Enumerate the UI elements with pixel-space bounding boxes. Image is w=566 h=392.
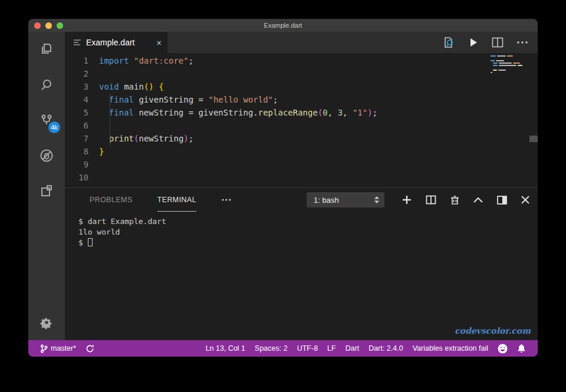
tab-terminal[interactable]: TERMINAL xyxy=(157,188,196,212)
more-actions-icon[interactable] xyxy=(516,41,528,44)
scm-badge: 4k xyxy=(48,121,60,133)
code-text: final givenString = "hello world"; xyxy=(99,93,278,106)
code-token: void xyxy=(99,82,119,91)
zoom-window-button[interactable] xyxy=(57,22,63,29)
title-bar: Example.dart xyxy=(28,19,538,32)
close-window-button[interactable] xyxy=(34,22,41,29)
code-token: "hello world" xyxy=(208,95,273,104)
split-terminal-icon[interactable] xyxy=(426,195,436,205)
notification-message[interactable]: Variables extraction fail xyxy=(408,340,493,357)
code-line[interactable]: 4 final givenString = "hello world"; xyxy=(65,93,538,106)
code-line[interactable]: 3void main() { xyxy=(65,80,538,93)
terminal-line: $ dart Example.dart xyxy=(78,216,538,227)
git-branch-label: master* xyxy=(51,344,76,353)
code-text: import "dart:core"; xyxy=(99,54,193,67)
terminal-line: $ xyxy=(78,238,538,248)
code-token: main xyxy=(119,82,144,91)
explorer-icon[interactable] xyxy=(28,32,65,67)
code-line[interactable]: 6 xyxy=(65,119,538,132)
tab-label: Example.dart xyxy=(86,38,134,47)
notifications-bell-item[interactable] xyxy=(512,340,531,357)
terminal-output[interactable]: $ dart Example.dart1lo world$ xyxy=(65,212,538,248)
code-token: ; xyxy=(189,56,193,65)
code-token: () xyxy=(144,82,154,91)
dart-sdk-version[interactable]: Dart: 2.4.0 xyxy=(364,340,407,357)
close-panel-icon[interactable] xyxy=(521,196,529,204)
code-token: final xyxy=(109,108,134,117)
git-branch-icon xyxy=(40,344,48,353)
status-bar: master* Ln 13, Col 1 Spaces: 2 UTF-8 LF … xyxy=(28,340,538,357)
new-terminal-icon[interactable] xyxy=(402,195,412,205)
feedback-item[interactable] xyxy=(493,340,512,357)
code-line[interactable]: 2 xyxy=(65,67,538,80)
tab-bar: Example.dart ✕ xyxy=(65,32,538,53)
editor-actions xyxy=(442,32,538,53)
code-token: import xyxy=(99,56,129,65)
code-token: ; xyxy=(273,95,278,104)
bottom-panel: PROBLEMS TERMINAL 1: bash xyxy=(65,187,538,340)
extensions-icon[interactable] xyxy=(28,173,65,209)
tab-close-icon[interactable]: ✕ xyxy=(157,38,162,47)
activity-bar: 4k xyxy=(28,32,65,340)
code-editor[interactable]: 1import "dart:core";23void main() {4 fin… xyxy=(65,53,538,187)
encoding[interactable]: UTF-8 xyxy=(292,340,323,357)
language-label: Dart xyxy=(345,344,360,353)
indentation[interactable]: Spaces: 2 xyxy=(250,340,292,357)
code-line[interactable]: 8} xyxy=(65,145,538,158)
maximize-panel-icon[interactable] xyxy=(473,197,483,203)
line-number: 8 xyxy=(65,145,99,158)
bell-icon xyxy=(517,344,526,353)
kill-terminal-icon[interactable] xyxy=(450,195,459,205)
smiley-icon xyxy=(498,344,508,354)
debug-disabled-icon[interactable] xyxy=(28,138,65,173)
vscode-window: Example.dart 4k xyxy=(28,19,538,357)
code-line[interactable]: 1import "dart:core"; xyxy=(65,54,538,67)
indent-guide xyxy=(110,93,110,146)
search-icon[interactable] xyxy=(28,67,65,103)
code-line[interactable]: 9 xyxy=(65,158,538,171)
sync-item[interactable] xyxy=(81,340,99,357)
code-text: final newString = givenString.replaceRan… xyxy=(99,106,377,119)
indentation-label: Spaces: 2 xyxy=(255,344,288,353)
code-token xyxy=(129,56,134,65)
code-token: ; xyxy=(373,108,377,117)
line-number: 2 xyxy=(65,67,99,80)
code-token: 0 xyxy=(323,108,327,117)
search-in-file-icon[interactable] xyxy=(442,36,455,49)
editor-scrollbar[interactable] xyxy=(529,136,538,142)
tab-problems[interactable]: PROBLEMS xyxy=(90,188,133,212)
notification-label: Variables extraction fail xyxy=(413,344,488,353)
split-editor-icon[interactable] xyxy=(492,37,504,48)
source-control-icon[interactable]: 4k xyxy=(28,103,65,138)
toggle-panel-position-icon[interactable] xyxy=(497,196,507,205)
language-mode[interactable]: Dart xyxy=(341,340,364,357)
line-number: 5 xyxy=(65,106,99,119)
eol-sequence[interactable]: LF xyxy=(323,340,341,357)
run-button-icon[interactable] xyxy=(468,37,479,48)
code-token: print xyxy=(109,134,134,143)
code-line[interactable]: 5 final newString = givenString.replaceR… xyxy=(65,106,538,119)
terminal-select[interactable]: 1: bash xyxy=(307,192,384,207)
settings-gear-icon[interactable] xyxy=(28,312,65,333)
watermark: codevscolor.com xyxy=(455,326,531,335)
panel-actions xyxy=(402,195,529,205)
code-token xyxy=(99,108,109,117)
minimize-window-button[interactable] xyxy=(45,22,52,29)
panel-more-icon[interactable] xyxy=(221,198,232,202)
dart-sdk-label: Dart: 2.4.0 xyxy=(368,344,403,353)
code-area: 1import "dart:core";23void main() {4 fin… xyxy=(65,53,538,184)
window-controls xyxy=(34,22,63,29)
line-number: 7 xyxy=(65,132,99,145)
code-line[interactable]: 10 xyxy=(65,171,538,184)
code-token: ; xyxy=(189,134,193,143)
code-token: newString = givenString. xyxy=(134,108,258,117)
code-token: "dart:core" xyxy=(134,56,189,65)
line-number: 3 xyxy=(65,80,99,93)
line-number: 1 xyxy=(65,54,99,67)
git-branch-item[interactable]: master* xyxy=(35,340,81,357)
cursor-position[interactable]: Ln 13, Col 1 xyxy=(201,340,250,357)
terminal-select-value: 1: bash xyxy=(314,196,374,205)
code-line[interactable]: 7 print(newString); xyxy=(65,132,538,145)
tab-example-dart[interactable]: Example.dart ✕ xyxy=(65,32,167,53)
minimap[interactable] xyxy=(491,55,525,74)
